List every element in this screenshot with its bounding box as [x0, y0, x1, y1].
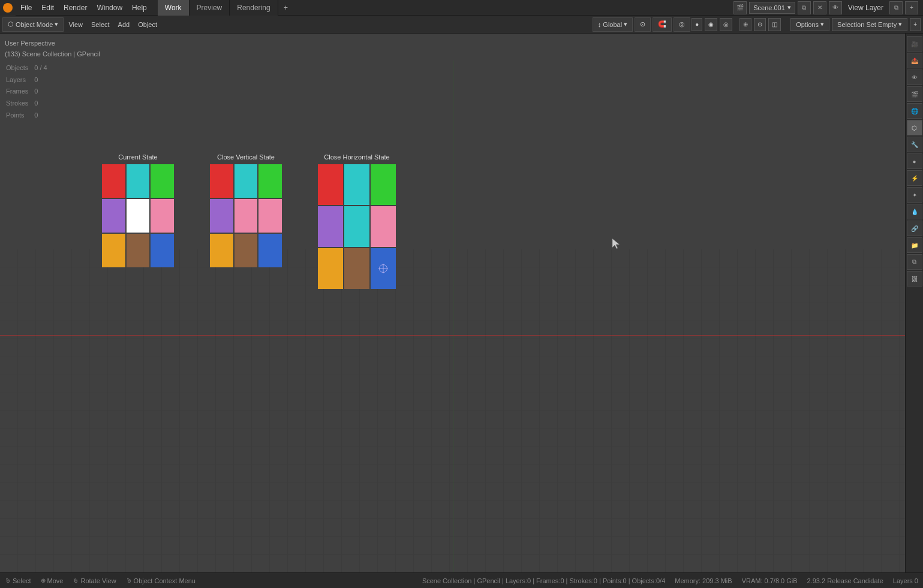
orientation-label: Global	[603, 21, 622, 28]
stat-row-strokes: Strokes 0	[6, 98, 47, 109]
top-right-area: 🎬 Scene.001 ▾ ⧉ ✕ 👁 View Layer ⧉ +	[733, 1, 923, 14]
scene-close-icon[interactable]: ✕	[813, 1, 826, 14]
view-layer-add-icon[interactable]: +	[905, 1, 918, 14]
menu-render[interactable]: Render	[59, 0, 92, 16]
cell-1-0	[102, 199, 125, 233]
objects-area: Current State Close Vertical State	[102, 153, 396, 289]
options-btn[interactable]: Options ▾	[790, 18, 829, 31]
sidebar-tab-viewlayer[interactable]: 🖼	[907, 271, 922, 287]
object-btn[interactable]: Object	[134, 18, 161, 31]
ch-cell-0-2	[371, 164, 396, 205]
sidebar-tab-object[interactable]: ⬡	[907, 120, 922, 135]
stat-objects-label: Objects	[6, 63, 33, 74]
object-close-horizontal: Close Horizontal State	[318, 153, 396, 289]
sidebar-tab-layers[interactable]: ⧉	[907, 254, 922, 270]
stat-layers-label: Layers	[6, 75, 33, 86]
blender-dot-icon	[3, 3, 13, 13]
cv-cell-0-1	[234, 164, 258, 198]
proportional-btn[interactable]: ◎	[674, 17, 690, 32]
stat-layers-value: 0	[34, 75, 47, 86]
sidebar-tab-constraints[interactable]: 🔗	[907, 221, 922, 236]
viewport[interactable]: User Perspective (133) Scene Collection …	[0, 34, 905, 572]
object-close-vertical-label: Close Vertical State	[217, 153, 275, 161]
viewport-shading-material[interactable]: ◉	[705, 18, 717, 31]
perspective-label: User Perspective	[5, 38, 100, 49]
view-layer-label: View Layer	[844, 4, 887, 12]
workspace-tab-preview[interactable]: Preview	[190, 0, 230, 16]
menu-edit[interactable]: Edit	[37, 0, 59, 16]
status-move-label: Move	[47, 577, 64, 584]
show-overlays-btn[interactable]: ⊙	[754, 18, 766, 31]
view-layer-copy-icon[interactable]: ⧉	[889, 1, 903, 14]
status-move: ⊕ Move	[41, 577, 64, 584]
object-close-horizontal-grid	[318, 164, 396, 289]
object-close-vertical: Close Vertical State	[210, 153, 282, 289]
viewport-shading-render[interactable]: ◎	[720, 18, 732, 31]
sidebar-tab-scene[interactable]: 🎬	[907, 86, 922, 102]
status-scene-info: Scene Collection | GPencil | Layers:0 | …	[422, 577, 665, 584]
stat-row-frames: Frames 0	[6, 86, 47, 97]
menu-window[interactable]: Window	[92, 0, 127, 16]
sidebar-tab-shading[interactable]: ●	[907, 153, 922, 169]
object-mode-btn[interactable]: ⬡ Object Mode ▾	[2, 17, 64, 32]
ch-cell-1-2	[371, 206, 396, 247]
menu-file[interactable]: File	[16, 0, 37, 16]
workspace-tab-work[interactable]: Work	[158, 0, 190, 16]
workspace-tab-add-button[interactable]: +	[278, 0, 294, 16]
sidebar-tab-particles[interactable]: ✦	[907, 187, 922, 203]
cell-1-1	[127, 199, 150, 233]
viewport-shading-solid[interactable]: ●	[692, 18, 702, 31]
snap-btn[interactable]: 🧲	[653, 17, 672, 32]
sidebar-tab-physics[interactable]: 💧	[907, 204, 922, 219]
ch-cell-0-0	[318, 164, 343, 205]
stat-strokes-label: Strokes	[6, 98, 33, 109]
add-set-btn[interactable]: +	[910, 18, 921, 31]
transform-controls: ↕ Global ▾ ⊙ 🧲 ◎	[593, 17, 690, 32]
status-memory-text: Memory: 209.3 MiB	[675, 577, 732, 584]
viewport-info: User Perspective (133) Scene Collection …	[5, 38, 100, 122]
sidebar-tab-view[interactable]: 👁	[907, 70, 922, 85]
status-bar: 🖱 Select ⊕ Move 🖱 Rotate View 🖱 Object C…	[0, 572, 923, 588]
sidebar-tab-collections[interactable]: 📁	[907, 237, 922, 253]
object-close-horizontal-label: Close Horizontal State	[324, 153, 389, 161]
sidebar-tab-output[interactable]: 📤	[907, 53, 922, 68]
ch-cell-2-1	[344, 248, 369, 289]
select-mouse-icon: 🖱	[5, 577, 11, 584]
menu-help[interactable]: Help	[127, 0, 152, 16]
sidebar-tab-modifier[interactable]: 🔧	[907, 137, 922, 152]
cv-cell-0-0	[210, 164, 233, 198]
object-close-vertical-grid	[210, 164, 282, 267]
show-xray-btn[interactable]: ◫	[768, 18, 781, 31]
status-memory: Memory: 209.3 MiB	[675, 577, 732, 584]
select-btn[interactable]: Select	[88, 18, 113, 31]
y-axis-line	[453, 61, 453, 572]
transform-orientation-btn[interactable]: ↕ Global ▾	[593, 17, 633, 32]
scene-selector[interactable]: Scene.001 ▾	[749, 2, 795, 14]
status-layers-text: Layers 0	[893, 577, 918, 584]
cell-0-0	[102, 164, 125, 198]
sidebar-tab-render[interactable]: 🎥	[907, 36, 922, 52]
cv-cell-2-1	[234, 234, 258, 267]
context-menu-icon: 🖱	[126, 577, 132, 584]
show-gizmo-btn[interactable]: ⊕	[739, 18, 751, 31]
view-layer-icon[interactable]: 👁	[829, 1, 842, 14]
cv-cell-1-1	[234, 199, 258, 233]
workspace-tabs: Work Preview Rendering +	[158, 0, 294, 16]
cell-2-0	[102, 234, 125, 267]
pivot-btn[interactable]: ⊙	[635, 17, 651, 32]
workspace-tab-rendering[interactable]: Rendering	[230, 0, 278, 16]
scene-icon[interactable]: 🎬	[733, 1, 747, 14]
status-version: 2.93.2 Release Candidate	[807, 577, 883, 584]
scene-copy-icon[interactable]: ⧉	[798, 1, 811, 14]
view-btn[interactable]: View	[65, 18, 86, 31]
blender-logo[interactable]	[0, 0, 16, 16]
cv-cell-2-0	[210, 234, 233, 267]
add-btn[interactable]: Add	[115, 18, 134, 31]
status-rotate-view: 🖱 Rotate View	[73, 577, 116, 584]
sidebar-tab-world[interactable]: 🌐	[907, 103, 922, 119]
stat-frames-value: 0	[34, 86, 47, 97]
selection-set-btn[interactable]: Selection Set Empty ▾	[832, 18, 907, 31]
sidebar-tab-data[interactable]: ⚡	[907, 170, 922, 186]
stat-points-label: Points	[6, 110, 33, 121]
object-mode-label: Object Mode	[16, 21, 53, 28]
